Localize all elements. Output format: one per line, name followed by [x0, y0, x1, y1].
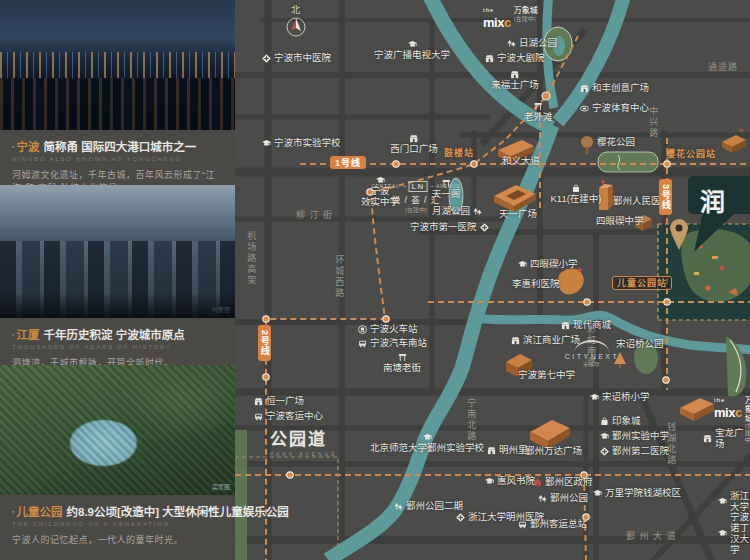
caption-title: 简称甬 国际四大港口城市之一 [43, 141, 196, 153]
poi-text: K11(在建中) [550, 194, 601, 205]
caption-children-park: ▪儿童公园约8.9公顷[改造中] 大型休闲性儿童娱乐公园 THE CHILDHO… [0, 495, 235, 560]
poi-text: 北京师范大学鄞州实验学校 [370, 443, 484, 454]
poi-text: 来福士广场 [491, 80, 539, 91]
bag-icon [572, 184, 581, 193]
bullet-icon: ▪ [12, 331, 14, 338]
road-name-label: 柳 汀 街 [296, 210, 333, 220]
citynext-name: CITYNEXT [565, 353, 620, 360]
bus-icon [254, 412, 263, 421]
school-icon [518, 260, 527, 269]
poi-text: 北 [291, 5, 300, 15]
caption-subtitle: THE CHILDHOOD OF A GENERATION [12, 521, 223, 527]
gov-icon [533, 478, 542, 487]
map-poi-label: 宁波市第一医院 [410, 222, 489, 233]
mall-icon [510, 70, 519, 79]
school-icon [262, 139, 271, 148]
map-poi-label: 鄞州客运总站 [518, 519, 587, 530]
metro-line-badge: 3号线 [659, 179, 672, 215]
poi-text: 鄞州公园二期 [406, 501, 463, 512]
road-name-label: 机场路高架 [246, 231, 256, 286]
mixc-cn-name: 万象城 [514, 7, 538, 16]
caption-subtitle: NINGBO ALSO KNOWN AS YONGCHENG [12, 156, 223, 162]
mixc-wordmark: the mixc [714, 397, 742, 421]
poi-text: 鄞州公园 [550, 493, 588, 504]
stadium-icon [580, 104, 589, 113]
central-avenue-left: CENTRAL [372, 184, 400, 189]
central-avenue-project: CENTRAL –– LN –– AVENUE 悦 / 荟 / 汇 (在建中) [372, 181, 461, 214]
map-poi-label: 宁波体育中心 [580, 103, 649, 114]
road-name-label: 钱湖北路 [666, 422, 676, 466]
photo-note: 实景图 [212, 482, 230, 491]
photo-ningbo-night-skyline [0, 0, 235, 130]
hospital-icon [456, 513, 465, 522]
school-icon [718, 497, 727, 506]
map-poi-label: K11(在建中) [550, 184, 601, 205]
poi-text: 鄞州实验中学 [612, 431, 669, 442]
photo-jiangxia-dusk-render: 效果图 [0, 185, 235, 318]
mall-icon [485, 54, 494, 63]
map-poi-label: 宁波广播电视大学 [374, 40, 450, 61]
caption-body: 宁波人的记忆起点，一代人的童年时光。 [12, 533, 223, 546]
tree-icon [507, 39, 516, 48]
mixc-cn-name: 万象城 [745, 397, 750, 423]
metro-station-label: 儿童公园站 [612, 276, 672, 290]
park-avenue-en: PARK AVENUE [270, 451, 338, 457]
map-poi-label: 鄞州实验中学 [600, 431, 669, 442]
map-poi-label: 宁波市实验学校 [262, 138, 341, 149]
mixc-logo-top: the mixc 万象城 (在建中) [483, 7, 538, 31]
road-name-label: 鄞 州 大 道 [626, 531, 677, 541]
citynext-logo: CITYNEXT 未来里 [565, 340, 620, 367]
poi-text: 宁波第七中学 [518, 370, 575, 381]
map-poi-label: 宁波客运中心 [254, 411, 323, 422]
arch-icon [533, 102, 542, 111]
metro-line-badge: 1号线 [330, 156, 366, 169]
map-poi-label: 印象城 [600, 416, 641, 427]
caption-subtitle: THOUSANDS OF YEARS OF HISTORY [12, 344, 223, 350]
citynext-arc-icon [575, 340, 609, 352]
mall-icon [561, 321, 570, 330]
poi-text: 明州里 [499, 445, 528, 456]
mall-icon [580, 84, 589, 93]
poi-text: 宁波客运中心 [266, 411, 323, 422]
road-name-label: 通途路 [708, 62, 738, 72]
poi-text: 四眼碶中学 [596, 216, 644, 227]
map-poi-label: 鄞州区政府 [533, 477, 593, 488]
tree-icon [538, 494, 547, 503]
bag-icon [600, 417, 609, 426]
map-poi-label: 四眼碶中学 [596, 216, 644, 227]
map-poi-label: 宋诏桥小学 [590, 392, 650, 403]
mixc-status: (在建中) [514, 16, 538, 23]
map-poi-label: 恒一广场 [254, 396, 304, 407]
poi-text: 李惠利医院 [512, 279, 560, 290]
poi-text: 宁波市中医院 [274, 53, 331, 64]
poi-text: 宁波市实验学校 [274, 138, 341, 149]
poi-text: 鄞州客运总站 [530, 519, 587, 530]
hospital-icon [480, 223, 489, 232]
caption-title: 千年历史积淀 宁波城市原点 [43, 329, 184, 341]
hospital-icon [262, 54, 271, 63]
bus-icon [518, 520, 527, 529]
poi-text: 和义大道 [502, 156, 540, 167]
poi-text: 西门口广场 [390, 144, 438, 155]
central-avenue-logo: LN [409, 181, 428, 192]
school-icon [407, 40, 416, 49]
caption-jiangxia: ▪江厦千年历史积淀 宁波城市原点 THOUSANDS OF YEARS OF H… [0, 318, 235, 365]
map-poi-label: 西门口广场 [390, 134, 438, 155]
metro-station-label: 鼓楼站 [444, 148, 474, 158]
caption-tag: 儿童公园 [16, 506, 62, 518]
mall-icon [409, 134, 418, 143]
poi-text: 宁波体育中心 [592, 103, 649, 114]
map-poi-label: 惠风书院 [485, 476, 535, 487]
map-poi-label: 宁波汽车南站 [358, 338, 427, 349]
photo-note: 效果图 [212, 305, 230, 314]
poi-text: 宁波大剧院 [497, 53, 545, 64]
map-poi-label: 宁波大剧院 [485, 53, 545, 64]
map-poi-label: 和义大道 [502, 156, 540, 167]
map-poi-label: 鄞州公园 [538, 493, 588, 504]
map-poi-label: 樱花公园 [597, 137, 635, 148]
poi-text: 鄞州万达广场 [525, 446, 582, 457]
mall-icon [254, 397, 263, 406]
bullet-icon: ▪ [12, 143, 14, 150]
central-avenue-status: (在建中) [372, 205, 461, 214]
map-poi-label: 明州里 [487, 445, 528, 456]
